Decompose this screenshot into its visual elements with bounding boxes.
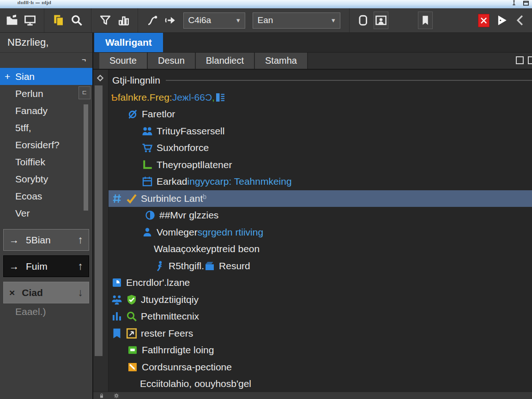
sidebar-item-sian[interactable]: +Sian: [0, 68, 92, 85]
gear-icon[interactable]: [114, 393, 119, 399]
close-button[interactable]: [478, 14, 490, 27]
tree-scrollbar[interactable]: [95, 85, 103, 356]
action-fuim[interactable]: →Fuim↑: [3, 255, 89, 277]
tree-row[interactable]: R5thgifl. Resurd: [109, 258, 532, 275]
tree-rows: Gtji-lingnlinƄ falnkre.Freg: Jeжl-66Ɔ, F…: [109, 70, 532, 392]
sidebar-item-fanady[interactable]: Fanady: [0, 102, 92, 119]
chevron-left-button[interactable]: [512, 10, 528, 30]
tree-group-header[interactable]: Gtji-lingnlin: [109, 72, 532, 89]
tree-row[interactable]: Pethmittecnix: [109, 308, 532, 325]
arrow-box-icon: [126, 328, 137, 339]
tree-row[interactable]: Ƅ falnkre.Freg: Jeжl-66Ɔ,: [109, 89, 532, 106]
tree-row-text: ##Mvr glzzies: [159, 210, 218, 221]
tree-row[interactable]: ##Mvr glzzies: [109, 207, 532, 224]
tab-desun[interactable]: Desun: [148, 53, 196, 69]
panel-buttons: [516, 56, 531, 64]
tree-row-text: sgrgedn rtiiving: [198, 227, 263, 238]
tree-row[interactable]: Ecciitolahio, oouyhosb'gel: [109, 375, 532, 392]
tab-sourte[interactable]: Sourte: [99, 53, 148, 69]
panel-square-icon[interactable]: [528, 56, 532, 64]
panel-tab[interactable]: Wallrigant: [94, 33, 163, 52]
folder-button[interactable]: [4, 10, 20, 30]
sidebar-item-sorybty[interactable]: Sorybty: [0, 170, 92, 187]
person-icon: [142, 227, 153, 238]
tree-row[interactable]: Cordsunrsa-pectione: [109, 359, 532, 376]
toolbar-combo[interactable]: C4i6a▾: [183, 12, 245, 29]
panel-slot-icon: [127, 345, 138, 356]
tree-row[interactable]: Earkadingyycarp: Teahnmkeing: [109, 173, 532, 190]
tree-row-text: rester Feers: [141, 328, 193, 339]
panel-square-icon[interactable]: [516, 56, 524, 64]
sidebar-item-ecoas[interactable]: Ecoas: [0, 187, 92, 205]
funnel-button[interactable]: [97, 10, 114, 30]
sidebar-item-label: Fanady: [15, 105, 48, 116]
action-5bian[interactable]: →5Bian↑: [3, 229, 89, 251]
sidebar-scrollbar[interactable]: [84, 104, 88, 211]
combo-value: Ean: [258, 15, 273, 25]
tab-label: Stamha: [265, 55, 297, 66]
tab-stamha[interactable]: Stamha: [255, 53, 308, 69]
tree-row[interactable]: Theyroəptllatener: [109, 157, 532, 174]
tree-row[interactable]: TrituyFassersell: [109, 123, 532, 140]
panel-tab-row: Wallrigant: [93, 33, 532, 53]
app-tile-icon: [111, 277, 122, 288]
tree-row[interactable]: Suxhorforce: [109, 139, 532, 157]
toolbar-separator: [91, 8, 91, 32]
bar-chart-button[interactable]: [115, 10, 132, 30]
sidebar-item-ver[interactable]: Ver: [0, 205, 92, 222]
lock-icon[interactable]: [99, 393, 104, 399]
bookmark-button[interactable]: [418, 12, 433, 29]
sidebar-item-eorsiderf[interactable]: Eorsiderf?: [0, 136, 92, 153]
magnifier-icon: [71, 14, 83, 26]
tab-blandiect[interactable]: Blandiect: [196, 53, 255, 69]
tree-row[interactable]: Vomlegersgrgedn rtiiving: [109, 224, 532, 241]
action-ciad[interactable]: ×Ciad↓: [3, 282, 89, 303]
chevron-down-icon: ▾: [332, 16, 335, 24]
bookmark-icon: [419, 14, 431, 26]
action-label: 5Bian: [26, 235, 78, 246]
status-bar: [93, 392, 532, 399]
toolbar-separator: [138, 8, 138, 32]
collapse-panel-icon[interactable]: ¬: [82, 55, 86, 63]
sidebar-item-toiffiek[interactable]: Toiffiek: [0, 153, 92, 170]
tree-row-text: Jtuydztiigitqiy: [141, 294, 199, 305]
tree-row[interactable]: rester Feers: [109, 325, 532, 342]
pen-path-icon: [146, 14, 158, 26]
tree-row[interactable]: Encrdlor'.lzane: [109, 274, 532, 291]
toolbar-combo[interactable]: Ean▾: [253, 12, 340, 29]
box-icon: [204, 260, 215, 272]
folder-icon: [6, 14, 18, 26]
sidebar-item-label: Toiffiek: [15, 157, 45, 168]
combo-value: C4i6a: [188, 15, 212, 25]
file-copy-button[interactable]: [50, 10, 66, 30]
main-panel: Wallrigant SourteDesunBlandiectStamha Gt…: [93, 33, 532, 399]
pen-path-button[interactable]: [144, 10, 160, 30]
arrow-right-button[interactable]: [162, 10, 178, 30]
tree-row-text: Faretlor: [142, 109, 175, 120]
tree-row-text: Cordsunrsa-pectione: [142, 362, 232, 373]
magnifier-button[interactable]: [69, 10, 85, 30]
person-frame-icon: [375, 14, 387, 26]
diamond-icon[interactable]: [96, 73, 105, 83]
sidebar-item-5tff[interactable]: 5tff,: [0, 119, 92, 136]
tree-row-text: Ƅ: [111, 92, 118, 103]
tree-row-text: Fatlhrrdigte loing: [142, 345, 214, 356]
dock-preview-icon[interactable]: ⊏: [79, 86, 91, 99]
tab-label: Desun: [158, 55, 185, 66]
tree-row[interactable]: Faretlor: [109, 106, 532, 123]
play-button[interactable]: [494, 10, 510, 30]
tree-row-text: Pethmittecnix: [141, 311, 199, 322]
tree-row[interactable]: Fatlhrrdigte loing: [109, 342, 532, 359]
tree-row[interactable]: Jtuydztiigitqiy: [109, 291, 532, 308]
chevron-left-icon: [514, 14, 526, 26]
tree-row[interactable]: Walaaçoxkeyptreid beon: [109, 241, 532, 258]
person-frame-button[interactable]: [374, 12, 388, 29]
tree-row[interactable]: Surbinlec Lantƅ: [109, 190, 532, 207]
rounded-square-button[interactable]: [356, 10, 372, 30]
arrow-down-icon: ↓: [78, 286, 84, 299]
sidebar-item-label: Eorsiderf?: [15, 139, 60, 151]
arrow-right-icon: →: [9, 235, 19, 246]
page-flag-icon: [111, 328, 122, 339]
tab-label: Blandiect: [206, 55, 244, 66]
monitor-button[interactable]: [22, 10, 38, 30]
